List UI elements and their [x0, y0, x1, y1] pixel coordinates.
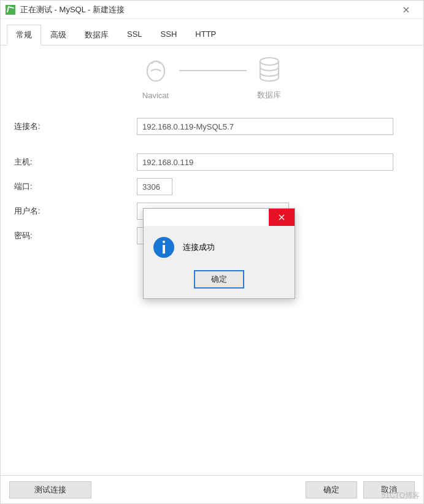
- row-port: 端口:: [14, 178, 410, 195]
- message-dialog-body: 连接成功: [144, 226, 295, 264]
- row-host: 主机:: [14, 153, 410, 171]
- message-text: 连接成功: [183, 242, 215, 253]
- app-icon: [6, 5, 15, 15]
- tab-label: HTTP: [195, 29, 216, 39]
- illus-right-label: 数据库: [257, 90, 281, 101]
- tab-label: SSL: [127, 29, 142, 39]
- tabs-bar: 常规 高级 数据库 SSL SSH HTTP: [1, 19, 423, 45]
- input-host[interactable]: [137, 153, 393, 171]
- input-connection-name[interactable]: [137, 118, 393, 135]
- message-dialog-close-button[interactable]: [269, 209, 295, 226]
- button-label: 确定: [211, 274, 227, 284]
- tab-general[interactable]: 常规: [7, 25, 41, 45]
- tab-advanced[interactable]: 高级: [41, 25, 75, 45]
- dialog-footer: 测试连接 确定 取消: [1, 475, 423, 503]
- button-label: 测试连接: [34, 485, 66, 494]
- connection-illustration: Navicat 数据库: [14, 56, 410, 101]
- label-port: 端口:: [14, 181, 137, 192]
- label-user: 用户名:: [14, 206, 137, 217]
- message-dialog: 连接成功 确定: [143, 208, 295, 299]
- tab-ssh[interactable]: SSH: [152, 25, 187, 45]
- illus-connector-line: [179, 70, 247, 71]
- cancel-button[interactable]: 取消: [363, 481, 415, 498]
- window-title: 正在测试 - MySQL - 新建连接: [20, 4, 394, 15]
- tab-database[interactable]: 数据库: [75, 25, 118, 45]
- label-password: 密码:: [14, 230, 137, 241]
- database-icon: [256, 56, 282, 83]
- illus-database: 数据库: [256, 56, 282, 101]
- message-dialog-footer: 确定: [144, 264, 295, 298]
- message-dialog-titlebar: [144, 209, 295, 226]
- tab-ssl[interactable]: SSL: [118, 25, 152, 45]
- illus-left-label: Navicat: [142, 91, 169, 100]
- test-connection-button[interactable]: 测试连接: [9, 481, 91, 498]
- window-close-button[interactable]: [394, 1, 418, 19]
- label-host: 主机:: [14, 157, 137, 168]
- close-icon: [403, 7, 409, 13]
- info-icon: [153, 237, 174, 258]
- message-dialog-ok-button[interactable]: 确定: [194, 270, 244, 289]
- navicat-icon: [142, 58, 169, 85]
- label-connection-name: 连接名:: [14, 121, 137, 132]
- row-connection-name: 连接名:: [14, 118, 410, 135]
- tab-label: 高级: [50, 30, 66, 39]
- window-titlebar: 正在测试 - MySQL - 新建连接: [1, 1, 423, 19]
- tab-label: SSH: [161, 29, 177, 39]
- svg-point-0: [260, 58, 279, 65]
- tab-label: 常规: [16, 30, 32, 39]
- tab-label: 数据库: [85, 30, 109, 39]
- illus-navicat: Navicat: [142, 58, 169, 100]
- button-label: 取消: [381, 485, 397, 494]
- close-icon: [279, 214, 285, 220]
- tab-http[interactable]: HTTP: [186, 25, 225, 45]
- button-label: 确定: [323, 485, 339, 494]
- input-port[interactable]: [137, 178, 172, 195]
- ok-button[interactable]: 确定: [306, 481, 357, 498]
